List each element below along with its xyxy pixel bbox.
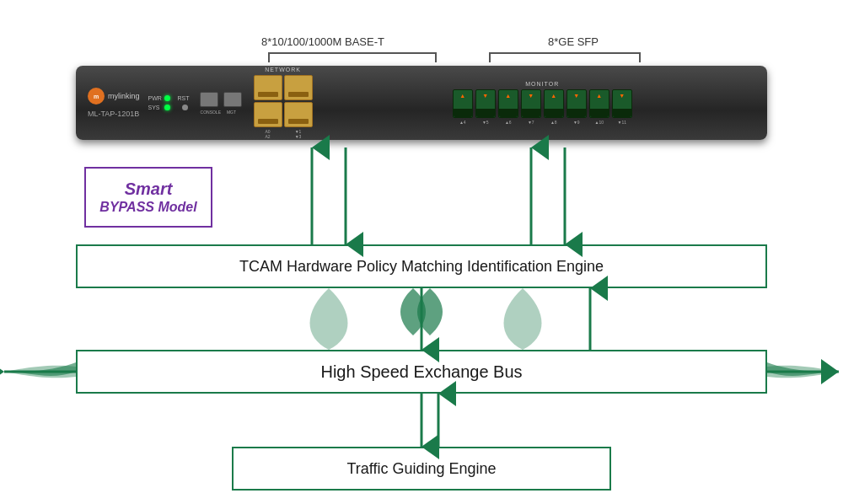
monitor-group: MONITOR ▲ ▼ ▲ ▼ ▲ ▼: [330, 81, 755, 125]
sfp-port-7: ▼: [612, 89, 632, 118]
sfp-port-5: ▼: [566, 89, 587, 118]
sfp-port-6: ▲: [589, 89, 609, 118]
sfp-port-4: ▲: [544, 89, 564, 118]
tge-text: Traffic Guiding Engine: [346, 460, 496, 478]
device-body: m mylinking ML-TAP-1201B PWR RST SYS CON…: [76, 66, 767, 140]
led-sys-label: SYS: [148, 105, 162, 110]
model-text: ML-TAP-1201B: [88, 110, 139, 118]
network-group: NETWORK A0 ▼1 A2 ▼3: [254, 67, 313, 139]
rj45-port-2: [254, 102, 282, 127]
led-pwr-label: PWR: [148, 95, 162, 101]
logo-icon: m: [88, 88, 105, 105]
console-port: [200, 92, 218, 107]
hseb-box: High Speed Exchange Bus: [76, 350, 767, 394]
rj45-port-1: [284, 75, 313, 100]
bypass-text2: BYPASS Model: [99, 199, 196, 215]
mgt-port: [223, 92, 242, 107]
led-pwr: [164, 95, 170, 101]
led-sys: [164, 105, 170, 110]
tge-box: Traffic Guiding Engine: [232, 447, 611, 491]
sfp-port-3: ▼: [521, 89, 541, 118]
bypass-box: Smart BYPASS Model: [84, 167, 212, 228]
monitor-label: MONITOR: [525, 81, 559, 87]
rst-button[interactable]: [182, 105, 188, 110]
sfp-port-2: ▲: [498, 89, 518, 118]
mgt-label: MGT: [223, 110, 241, 115]
bypass-text1: Smart: [125, 179, 173, 199]
tcam-text: TCAM Hardware Policy Matching Identifica…: [239, 258, 604, 276]
logo-area: m mylinking ML-TAP-1201B: [88, 88, 140, 118]
rj45-port-0: [254, 75, 282, 100]
network-label: NETWORK: [265, 67, 301, 72]
label-sfp: 8*GE SFP: [548, 35, 599, 48]
sfp-port-1: ▼: [475, 89, 496, 118]
rj45-port-3: [284, 102, 313, 127]
console-mgt-group: CONSOLE MGT: [200, 92, 242, 115]
led-group: PWR RST SYS: [148, 95, 190, 110]
sfp-port-0: ▲: [453, 89, 473, 118]
rst-label: RST: [178, 95, 190, 101]
console-label: CONSOLE: [201, 110, 219, 115]
label-base-t: 8*10/100/1000M BASE-T: [261, 35, 384, 48]
hseb-text: High Speed Exchange Bus: [320, 362, 522, 382]
tcam-box: TCAM Hardware Policy Matching Identifica…: [76, 244, 767, 288]
logo-text: mylinking: [108, 92, 140, 100]
